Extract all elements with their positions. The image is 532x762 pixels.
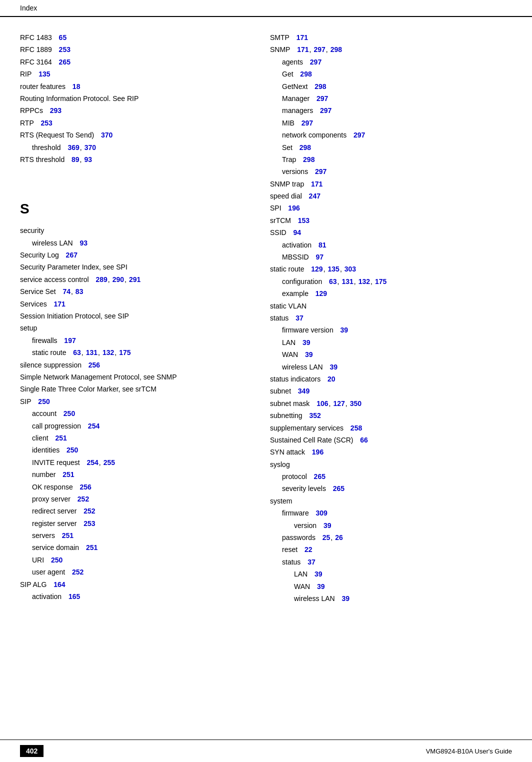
entry-label: register server bbox=[32, 518, 76, 529]
list-item: identities 250 bbox=[20, 444, 250, 456]
page-ref: 97 bbox=[316, 252, 324, 262]
page-ref: 83 bbox=[76, 286, 84, 297]
entry-label: LAN bbox=[294, 568, 308, 580]
page-ref: 297 bbox=[320, 105, 332, 116]
page-ref: 197 bbox=[64, 335, 76, 346]
entry-label: protocol bbox=[282, 471, 307, 482]
list-item: router features 18 bbox=[20, 81, 250, 92]
list-item: subnetting 352 bbox=[270, 410, 510, 421]
entry-label: SNMP bbox=[270, 44, 290, 55]
entry-label: static VLAN bbox=[270, 300, 306, 312]
entry-label: wireless LAN bbox=[294, 593, 335, 604]
page-ref: 253 bbox=[84, 518, 95, 529]
page-ref: 251 bbox=[86, 542, 98, 553]
page-ref: 37 bbox=[296, 312, 304, 324]
entry-label: Trap bbox=[282, 154, 296, 165]
entry-label: Set bbox=[282, 142, 292, 153]
list-item: redirect server 252 bbox=[20, 506, 250, 516]
list-item: managers 297 bbox=[270, 105, 510, 116]
page-ref: 250 bbox=[66, 444, 78, 456]
entry-label: SNMP trap bbox=[270, 178, 304, 190]
entry-label: severity levels bbox=[282, 483, 326, 494]
entry-label: INVITE request bbox=[32, 457, 80, 468]
page-ref: 164 bbox=[54, 579, 65, 590]
list-item: activation 165 bbox=[20, 591, 250, 602]
list-item: passwords 25, 26 bbox=[270, 532, 510, 543]
page-ref: 297 bbox=[316, 93, 328, 104]
entry-label: RTP bbox=[20, 118, 34, 128]
page-ref: 370 bbox=[101, 130, 112, 140]
page-ref: 196 bbox=[312, 446, 324, 458]
entry-label: RFC 1889 bbox=[20, 44, 52, 55]
page-ref: 251 bbox=[55, 432, 66, 444]
page-ref: 255 bbox=[104, 457, 115, 468]
entry-label: security bbox=[20, 225, 44, 236]
entry-label: client bbox=[32, 432, 48, 444]
list-item: WAN 39 bbox=[270, 349, 510, 360]
list-item: servers 251 bbox=[20, 530, 250, 541]
page-ref: 175 bbox=[375, 276, 386, 287]
left-column: RFC 1483 65RFC 1889 253RFC 3164 265RIP 1… bbox=[20, 32, 260, 605]
page-ref: 66 bbox=[360, 434, 368, 446]
page-ref: 250 bbox=[64, 408, 75, 419]
list-item: reset 22 bbox=[270, 544, 510, 555]
list-item: protocol 265 bbox=[270, 471, 510, 482]
entry-label: firewalls bbox=[32, 335, 58, 346]
list-item: versions 297 bbox=[270, 166, 510, 177]
entry-label: SYN attack bbox=[270, 446, 305, 458]
header-title: Index bbox=[20, 4, 37, 12]
entry-label: supplementary services bbox=[270, 422, 344, 434]
page-ref: 39 bbox=[330, 362, 338, 372]
list-item: status indicators 20 bbox=[270, 374, 510, 384]
page-ref: 298 bbox=[303, 154, 314, 165]
entry-label: call progression bbox=[32, 420, 81, 432]
entry-label: Routing Information Protocol. See RIP bbox=[20, 93, 138, 104]
entry-label: redirect server bbox=[32, 506, 76, 516]
list-item: wireless LAN 39 bbox=[270, 362, 510, 372]
entry-label: activation bbox=[282, 240, 312, 250]
entry-label: wireless LAN bbox=[282, 362, 323, 372]
entry-label: SIP ALG bbox=[20, 579, 46, 590]
page-ref: 250 bbox=[51, 554, 62, 566]
list-item: LAN 39 bbox=[270, 337, 510, 348]
entry-label: MIB bbox=[282, 118, 294, 128]
page-ref: 89 bbox=[72, 154, 80, 165]
entry-label: Security Log bbox=[20, 250, 59, 260]
page-ref: 265 bbox=[314, 471, 326, 482]
page-ref: 352 bbox=[309, 410, 320, 421]
entry-label: identities bbox=[32, 444, 60, 456]
entry-label: user agent bbox=[32, 566, 65, 578]
page-ref: 265 bbox=[333, 483, 344, 494]
entry-label: status indicators bbox=[270, 374, 320, 384]
list-item: Security Log 267 bbox=[20, 250, 250, 260]
page-ref: 131 bbox=[86, 347, 98, 358]
page-ref: 93 bbox=[84, 154, 92, 165]
entry-label: MBSSID bbox=[282, 252, 309, 262]
list-item: LAN 39 bbox=[270, 568, 510, 580]
entry-label: firmware bbox=[282, 508, 309, 518]
list-item: RPPCs 293 bbox=[20, 105, 250, 116]
list-item: client 251 bbox=[20, 432, 250, 444]
entry-label: static route bbox=[32, 347, 66, 358]
page-ref: 252 bbox=[84, 506, 95, 516]
list-item: Sustained Cell Rate (SCR) 66 bbox=[270, 434, 510, 446]
page-ref: 39 bbox=[342, 593, 350, 604]
entry-label: subnet bbox=[270, 386, 291, 396]
list-item: Manager 297 bbox=[270, 93, 510, 104]
entry-label: WAN bbox=[294, 581, 310, 592]
entry-label: Single Rate Three Color Marker, see srTC… bbox=[20, 384, 156, 394]
entry-label: service access control bbox=[20, 274, 89, 285]
entry-label: Session Initiation Protocol, see SIP bbox=[20, 310, 129, 322]
entry-label: static route bbox=[270, 264, 304, 274]
page-ref: 131 bbox=[342, 276, 353, 287]
list-item: static route 63, 131, 132, 175 bbox=[20, 347, 250, 358]
page-ref: 37 bbox=[308, 556, 316, 568]
page-ref: 254 bbox=[88, 420, 100, 432]
page-ref: 175 bbox=[119, 347, 130, 358]
page-ref: 196 bbox=[288, 202, 300, 214]
list-item: agents 297 bbox=[270, 56, 510, 68]
list-item: configuration 63, 131, 132, 175 bbox=[270, 276, 510, 287]
list-item: subnet 349 bbox=[270, 386, 510, 396]
list-item: RFC 3164 265 bbox=[20, 56, 250, 68]
page-ref: 81 bbox=[318, 240, 326, 250]
